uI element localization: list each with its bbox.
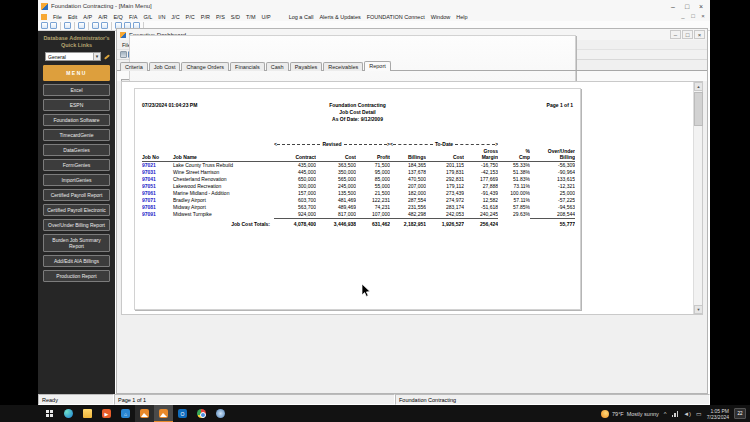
job-number-link[interactable]: 97091 [142,211,170,219]
wrench-icon[interactable] [103,53,110,60]
menu-item-file[interactable]: File [50,14,65,20]
job-number-link[interactable]: 97031 [142,169,170,176]
sidebar-button-datagenies[interactable]: DataGenies [43,144,110,156]
scroll-down-icon[interactable]: ▼ [694,305,703,314]
onedrive-icon[interactable]: ▭ [696,410,702,418]
tab-change-orders[interactable]: Change Orders [181,62,229,71]
menu-item-j-c[interactable]: J/C [168,14,182,20]
menu-item-f-a[interactable]: F/A [126,14,141,20]
columns-icon[interactable] [41,22,48,29]
sidebar-button-timecardgenie[interactable]: TimecardGenie [43,129,110,141]
menu-item-g-l[interactable]: G/L [140,14,155,20]
printer-icon[interactable] [120,51,127,58]
job-number-link[interactable]: 97051 [142,183,170,190]
taskbar-app-foundation[interactable] [135,405,154,422]
mdi-restore-icon[interactable]: □ [688,12,698,21]
scroll-up-icon[interactable]: ▲ [694,82,703,91]
job-number-link[interactable]: 97061 [142,190,170,197]
table-cell: 157,000 [274,190,316,197]
menu-item-help[interactable]: Help [453,14,470,20]
menu-item-e-q[interactable]: E/Q [110,14,125,20]
menu-item-edit[interactable]: Edit [65,14,80,20]
menu-item-p-r[interactable]: P/R [198,14,213,20]
minimize-icon[interactable]: – [666,1,680,12]
menu-item-a-r[interactable]: A/R [95,14,110,20]
sidebar-button-certified-payroll-report[interactable]: Certified Payroll Report [43,189,110,201]
taskbar-app-folder[interactable] [78,405,97,422]
mdi-minimize-icon[interactable]: _ [678,12,688,21]
dash-close-icon[interactable]: × [694,30,705,39]
menu-item-p-c[interactable]: P/C [183,14,198,20]
taskbar-app-foundation-active[interactable] [154,405,173,422]
taskbar-app-edge[interactable] [59,405,78,422]
menu-item-a-p[interactable]: A/P [80,14,95,20]
table-cell: -91,439 [464,190,498,197]
taskbar-app-store[interactable]: ⌂ [116,405,135,422]
menu-item-s-d[interactable]: S/D [228,14,243,20]
menu-item-window[interactable]: Window [428,14,454,20]
group-todate-label: To-Date [433,141,455,148]
sidebar-button-excel[interactable]: Excel [43,84,110,96]
tray-expand-icon[interactable]: ^ [664,410,667,418]
weather-widget[interactable]: 79°F Mostly sunny [601,410,659,418]
column-header: Gross Margin [464,148,498,162]
taskbar-clock[interactable]: 1:05 PM 7/23/2024 [707,408,729,420]
vertical-scrollbar[interactable]: ▲ ▼ [693,82,702,314]
tab-criteria[interactable]: Criteria [120,62,148,71]
taskbar-app-media[interactable]: ▶ [97,405,116,422]
sidebar-button-add-edit-aia-billings[interactable]: Add/Edit AIA Billings [43,255,110,267]
taskbar-app-settings[interactable] [211,405,230,422]
job-number-link[interactable]: 97041 [142,176,170,183]
job-number-link[interactable]: 97081 [142,204,170,211]
window-icon[interactable] [50,22,57,29]
sidebar-button-burden-job-summary-report[interactable]: Burden Job Summary Report [43,234,110,252]
menu-item-p-s[interactable]: P/S [213,14,228,20]
maximize-icon[interactable]: □ [680,1,694,12]
job-number-link[interactable]: 97071 [142,197,170,204]
menu-item-t-m[interactable]: T/M [243,14,258,20]
mdi-close-icon[interactable]: × [698,12,708,21]
sidebar-button-production-report[interactable]: Production Report [43,270,110,282]
document-copy-icon[interactable] [101,22,108,29]
menu-item-foundation-connect[interactable]: FOUNDATION Connect [364,14,428,20]
scrollbar-thumb[interactable] [694,92,703,126]
tab-job-cost[interactable]: Job Cost [149,62,181,71]
table-cell: Chesterland Renovation [170,176,274,183]
dash-minimize-icon[interactable]: – [670,30,681,39]
menu-item-log-a-call[interactable]: Log a Call [286,14,317,20]
taskbar-app-outlook[interactable]: O [173,405,192,422]
menu-item-alerts-updates[interactable]: Alerts & Updates [316,14,363,20]
tab-payables[interactable]: Payables [290,62,323,71]
quick-links-dropdown[interactable]: General ▾ [45,52,101,61]
sidebar-button-importgenies[interactable]: ImportGenies [43,174,110,186]
report-company: Foundation Contracting [269,102,446,109]
sidebar-button-over-under-billing-report[interactable]: Over/Under Billing Report [43,219,110,231]
network-icon[interactable] [672,411,679,417]
taskbar-app-chrome[interactable] [192,405,211,422]
table-cell: 300,000 [274,183,316,190]
menu-item-i-n[interactable]: I/N [155,14,168,20]
table-cell: 74,231 [356,204,390,211]
start-button[interactable] [40,405,59,422]
close-icon[interactable]: × [694,1,708,12]
tab-report[interactable]: Report [364,61,391,71]
tab-receivables[interactable]: Receivables [323,62,363,71]
clock-time: 1:05 PM [707,408,729,414]
notification-icon[interactable]: 22 [734,408,746,419]
volume-icon[interactable]: ◄) [683,410,691,418]
table-cell: 21,500 [356,190,390,197]
menu-item-u-p[interactable]: U/P [258,14,273,20]
dash-maximize-icon[interactable]: □ [682,30,693,39]
sidebar-button-foundation-software[interactable]: Foundation Software [43,114,110,126]
sidebar-button-certified-payroll-electronic[interactable]: Certified Payroll Electronic [43,204,110,216]
pin-icon[interactable] [64,22,71,29]
list-icon[interactable] [78,22,85,29]
tab-financials[interactable]: Financials [230,62,265,71]
document-icon[interactable] [92,22,99,29]
sidebar-button-menu[interactable]: MENU [43,65,110,81]
job-number-link[interactable]: 97021 [142,162,170,170]
sidebar-button-espn[interactable]: ESPN [43,99,110,111]
chevron-down-icon[interactable]: ▾ [93,53,100,60]
sidebar-button-formgenies[interactable]: FormGenies [43,159,110,171]
tab-cash[interactable]: Cash [266,62,289,71]
